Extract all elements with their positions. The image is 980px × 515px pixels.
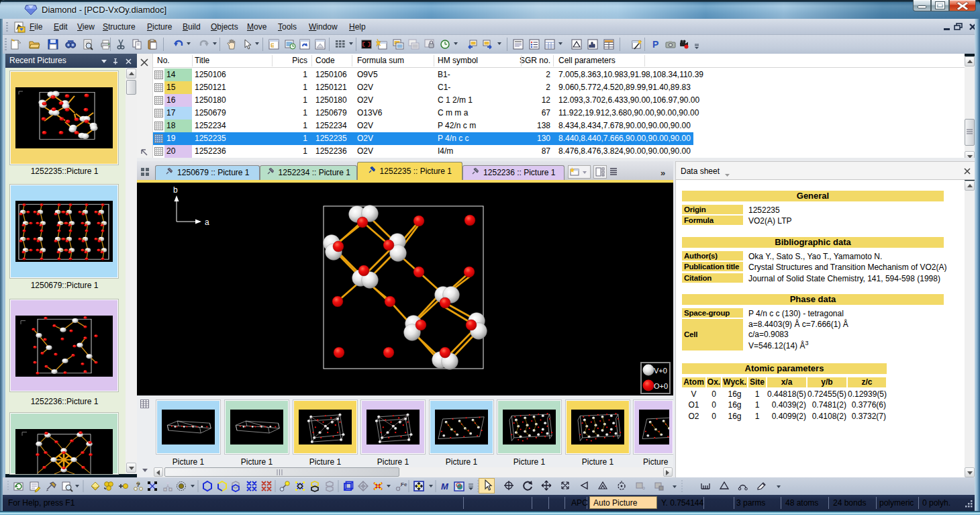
svg-text:O+0: O+0 bbox=[654, 382, 668, 390]
svg-text:o: o bbox=[642, 485, 645, 490]
svg-text:?: ? bbox=[136, 481, 140, 488]
svg-text:P: P bbox=[652, 39, 658, 50]
svg-text:b: b bbox=[173, 185, 178, 195]
svg-text:M: M bbox=[441, 481, 449, 491]
svg-text:a: a bbox=[205, 218, 209, 227]
svg-text:Fe: Fe bbox=[401, 481, 407, 487]
svg-text:V+0: V+0 bbox=[654, 367, 667, 375]
